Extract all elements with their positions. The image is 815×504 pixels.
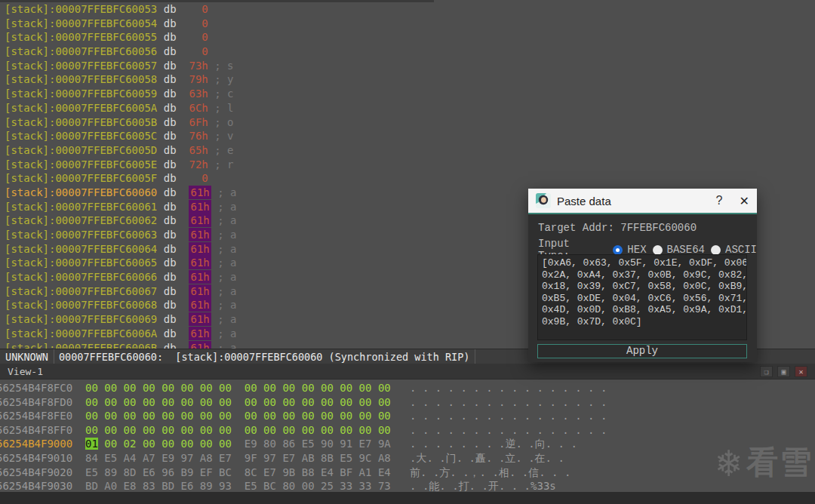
status-addr: 00007FFEBFC60060: xyxy=(59,351,163,363)
hex-byte: 00 xyxy=(143,424,155,436)
hex-byte: 96 xyxy=(161,466,174,478)
db-directive: db xyxy=(157,45,189,57)
hex-byte: 00 xyxy=(321,382,334,394)
hex-dump-pane[interactable]: 56254B4F8FC0 00 00 00 00 00 00 00 00 00 … xyxy=(0,380,815,492)
hex-byte: E5 xyxy=(302,438,315,450)
hex-byte: 00 xyxy=(200,396,213,408)
stack-row[interactable]: [stack]:00007FFEBFC6005A db 6Ch ; l xyxy=(0,101,815,115)
hex-byte: 00 xyxy=(200,438,213,450)
stack-row[interactable]: [stack]:00007FFEBFC60059 db 63h ; c xyxy=(0,87,815,101)
hex-row[interactable]: 56254B4F8FF0 00 00 00 00 00 00 00 00 00 … xyxy=(0,423,811,438)
db-directive: db xyxy=(157,31,189,43)
dialog-close-icon[interactable]: ✕ xyxy=(728,194,749,208)
db-directive: db xyxy=(157,229,189,241)
hex-byte: BC xyxy=(219,466,232,478)
hex-byte: 01 xyxy=(85,438,98,450)
hex-byte: 00 xyxy=(378,382,391,394)
hex-byte: 33 xyxy=(340,480,352,492)
radio-icon[interactable] xyxy=(711,245,721,255)
hex-address: 56254B4F8FF0 xyxy=(0,424,72,436)
stack-row[interactable]: [stack]:00007FFEBFC60055 db 0 xyxy=(0,30,815,45)
hex-byte: 00 xyxy=(244,396,257,408)
hex-byte: 00 xyxy=(181,396,194,408)
close-icon[interactable]: ✕ xyxy=(795,366,807,377)
hex-byte: 00 xyxy=(282,410,295,422)
db-directive: db xyxy=(157,271,189,283)
db-directive: db xyxy=(157,313,189,325)
stack-comment: ; a xyxy=(211,257,237,269)
help-button[interactable]: ? xyxy=(710,194,728,207)
hex-byte: 00 xyxy=(161,438,174,450)
hex-byte: E7 xyxy=(219,452,232,464)
stack-row[interactable]: [stack]:00007FFEBFC60058 db 79h ; y xyxy=(0,72,815,87)
hex-byte: 00 xyxy=(340,424,352,436)
radio-icon[interactable] xyxy=(613,245,623,255)
hex-ascii: . . . . . . . . . . . . . . . . xyxy=(410,410,607,422)
hex-row[interactable]: 56254B4F8FC0 00 00 00 00 00 00 00 00 00 … xyxy=(0,381,811,395)
hex-byte: 00 xyxy=(200,410,213,422)
stack-comment: ; a xyxy=(211,201,237,213)
hex-byte: 00 xyxy=(85,424,98,436)
stack-comment: ; a xyxy=(211,313,237,325)
hex-ascii: .大. .门. .矗. .立. .在. . xyxy=(410,452,564,464)
hex-ascii: . . . . . . . . . . . . . . . . xyxy=(410,396,607,408)
stack-address: [stack]:00007FFEBFC60060 xyxy=(5,186,157,198)
stack-value: 73h xyxy=(189,60,208,72)
hex-byte: E5 xyxy=(85,466,98,478)
hex-byte: 93 xyxy=(219,480,232,492)
hex-byte: 00 xyxy=(302,480,315,492)
hex-byte: 9F xyxy=(244,452,257,464)
hex-byte: 00 xyxy=(219,382,232,394)
dock-icon[interactable]: ❏ xyxy=(760,366,773,377)
hex-row[interactable]: 56254B4F9020 E5 89 8D E6 96 B9 EF BC 8C … xyxy=(0,466,811,480)
hex-row[interactable]: 56254B4F8FE0 00 00 00 00 00 00 00 00 00 … xyxy=(0,409,811,423)
hex-byte: A7 xyxy=(143,452,155,464)
stack-value: 61h xyxy=(189,327,211,340)
hex-row[interactable]: 56254B4F9010 84 E5 A4 A7 E9 97 A8 E7 9F … xyxy=(0,451,811,466)
hex-row[interactable]: 56254B4F8FD0 00 00 00 00 00 00 00 00 00 … xyxy=(0,395,811,410)
stack-row[interactable]: [stack]:00007FFEBFC6005B db 6Fh ; o xyxy=(0,115,815,130)
stack-value: 0 xyxy=(189,172,208,184)
hex-byte: 73 xyxy=(378,480,391,492)
stack-comment: ; a xyxy=(211,214,237,226)
stack-comment: ; a xyxy=(211,285,237,297)
radio-icon[interactable] xyxy=(653,245,663,255)
hex-row[interactable]: 56254B4F9030 BD A0 E8 83 BD E6 89 93 E5 … xyxy=(0,479,811,492)
hex-view-title: View-1 xyxy=(0,366,43,377)
stack-row[interactable]: [stack]:00007FFEBFC6005D db 65h ; e xyxy=(0,143,815,158)
stack-row[interactable]: [stack]:00007FFEBFC6005C db 76h ; v xyxy=(0,129,815,143)
stack-value: 0 xyxy=(189,3,208,15)
hex-byte: 9A xyxy=(378,438,391,450)
stack-row[interactable]: [stack]:00007FFEBFC60056 db 0 xyxy=(0,45,815,59)
stack-comment: ; a xyxy=(211,229,237,241)
hex-byte: E5 xyxy=(244,480,257,492)
hex-byte: 8B xyxy=(321,452,334,464)
stack-comment: ; y xyxy=(208,73,234,85)
db-directive: db xyxy=(157,172,189,184)
stack-address: [stack]:00007FFEBFC60067 xyxy=(5,285,157,297)
apply-button[interactable]: Apply xyxy=(537,344,747,358)
hex-ascii: . . . . . . . . . . . . . . . . xyxy=(410,424,607,436)
stack-comment: ; v xyxy=(208,130,234,142)
status-sync: (Synchronized with RIP) xyxy=(329,351,470,363)
maximize-icon[interactable]: ▣ xyxy=(777,366,790,377)
stack-row[interactable]: [stack]:00007FFEBFC6005E db 72h ; r xyxy=(0,158,815,172)
stack-comment: ; e xyxy=(208,144,234,156)
hex-row[interactable]: 56254B4F9000 01 00 02 00 00 00 00 00 E9 … xyxy=(0,437,811,451)
paste-data-input[interactable]: [0xA6, 0x63, 0x5F, 0x1E, 0xDF, 0x06, 0x2… xyxy=(537,254,747,340)
hex-byte: 00 xyxy=(85,410,98,422)
stack-value: 79h xyxy=(189,73,208,85)
stack-value: 0 xyxy=(189,31,208,43)
hex-ascii: . .能. .打. .开. . .%33s xyxy=(410,480,556,492)
stack-row[interactable]: [stack]:00007FFEBFC60053 db 0 xyxy=(0,2,815,17)
hex-byte: 91 xyxy=(340,438,352,450)
stack-row[interactable]: [stack]:00007FFEBFC60057 db 73h ; s xyxy=(0,59,815,73)
stack-row[interactable]: [stack]:00007FFEBFC60054 db 0 xyxy=(0,17,815,31)
stack-value: 61h xyxy=(189,312,211,326)
stack-row[interactable]: [stack]:00007FFEBFC6005F db 0 xyxy=(0,171,815,186)
hex-byte: 00 xyxy=(181,382,194,394)
dialog-titlebar[interactable]: Paste data ? ✕ xyxy=(528,189,757,213)
hex-byte: 00 xyxy=(321,424,334,436)
hex-byte: E4 xyxy=(378,466,391,478)
hex-byte: E6 xyxy=(181,480,194,492)
